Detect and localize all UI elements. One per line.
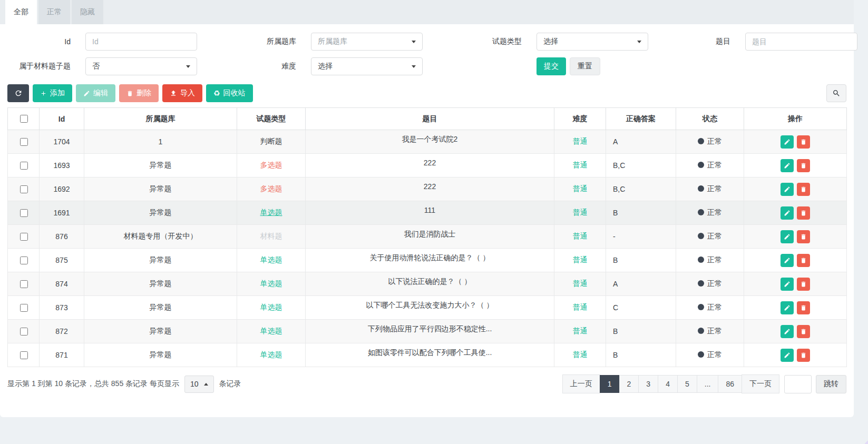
row-checkbox[interactable]	[20, 209, 28, 217]
delete-row-button[interactable]	[797, 301, 810, 314]
difficulty-link[interactable]: 普通	[573, 279, 588, 288]
delete-row-button[interactable]	[797, 159, 810, 172]
page-number-button[interactable]: 3	[638, 375, 658, 393]
difficulty-select[interactable]: 选择	[311, 57, 423, 75]
edit-row-button[interactable]	[781, 230, 794, 243]
edit-button[interactable]: 编辑	[76, 84, 115, 102]
jump-button[interactable]: 跳转	[816, 375, 846, 393]
submit-button[interactable]: 提交	[537, 57, 566, 75]
floating-action-button[interactable]	[863, 439, 868, 444]
edit-row-button[interactable]	[781, 325, 794, 338]
difficulty-link[interactable]: 普通	[573, 303, 588, 311]
question-type-link[interactable]: 单选题	[260, 208, 282, 216]
difficulty-link[interactable]: 普通	[573, 161, 588, 169]
question-type-link[interactable]: 多选题	[260, 161, 282, 169]
prev-page-button[interactable]: 上一页	[562, 374, 600, 393]
row-checkbox[interactable]	[20, 304, 28, 312]
pencil-icon	[784, 328, 791, 335]
page-size-dropdown[interactable]: 10	[184, 376, 214, 393]
edit-row-button[interactable]	[781, 301, 794, 314]
question-type-link[interactable]: 判断题	[260, 137, 282, 145]
refresh-button[interactable]	[7, 84, 29, 102]
cell-answer: B	[606, 343, 676, 367]
table-search-button[interactable]	[826, 84, 846, 102]
delete-row-button[interactable]	[797, 349, 810, 362]
page-ellipsis[interactable]: ...	[697, 375, 719, 393]
edit-row-button[interactable]	[781, 183, 794, 196]
import-button[interactable]: 导入	[162, 84, 202, 102]
edit-row-button[interactable]	[781, 349, 794, 362]
status-badge: 正常	[676, 154, 744, 177]
row-checkbox[interactable]	[20, 185, 28, 193]
tab-hidden[interactable]: 隐藏	[72, 0, 103, 24]
edit-row-button[interactable]	[781, 278, 794, 291]
row-checkbox[interactable]	[20, 280, 28, 288]
status-dot-icon	[698, 256, 704, 263]
cell-bank: 异常题	[84, 320, 237, 343]
select-all-checkbox[interactable]	[20, 115, 28, 123]
trash-icon	[800, 162, 807, 169]
bank-select[interactable]: 所属题库	[311, 33, 423, 51]
page-number-button[interactable]: 2	[619, 375, 639, 393]
row-checkbox[interactable]	[20, 162, 28, 170]
row-checkbox[interactable]	[20, 351, 28, 359]
next-page-button[interactable]: 下一页	[742, 374, 779, 393]
question-type-link[interactable]: 单选题	[260, 350, 282, 359]
delete-row-button[interactable]	[797, 254, 810, 267]
table-row: 17041判断题我是一个考试院2普通A正常	[8, 130, 847, 154]
difficulty-link[interactable]: 普通	[573, 255, 588, 264]
difficulty-link[interactable]: 普通	[573, 350, 588, 359]
pagination: 上一页 12345...86 下一页 跳转	[563, 374, 846, 393]
difficulty-link[interactable]: 普通	[573, 232, 588, 240]
trash-icon	[800, 281, 807, 288]
difficulty-link[interactable]: 普通	[573, 208, 588, 216]
id-filter-input[interactable]	[85, 33, 197, 51]
row-checkbox[interactable]	[20, 138, 28, 146]
difficulty-link[interactable]: 普通	[573, 184, 588, 193]
delete-button[interactable]: 删除	[119, 84, 159, 102]
cell-title: 下列物品应用了平行四边形不稳定性...	[306, 320, 554, 343]
edit-row-button[interactable]	[781, 206, 794, 220]
question-type-link[interactable]: 单选题	[260, 327, 282, 335]
status-dot-icon	[698, 280, 704, 287]
cell-title: 111	[306, 201, 554, 225]
page-number-button[interactable]: 1	[600, 375, 620, 393]
page-number-button[interactable]: 86	[718, 375, 742, 393]
delete-row-button[interactable]	[797, 206, 810, 220]
delete-row-button[interactable]	[797, 278, 810, 291]
question-type-link[interactable]: 单选题	[260, 279, 282, 288]
difficulty-link[interactable]: 普通	[573, 137, 588, 145]
edit-row-button[interactable]	[781, 254, 794, 267]
edit-row-button[interactable]	[781, 159, 794, 172]
tab-normal[interactable]: 正常	[38, 0, 70, 24]
recycle-bin-button[interactable]: ♻ 回收站	[206, 84, 253, 102]
question-type-link[interactable]: 单选题	[260, 255, 282, 264]
column-header-type: 试题类型	[237, 108, 306, 130]
row-checkbox[interactable]	[20, 328, 28, 336]
pagination-info-prefix: 显示第 1 到第 10 条记录，总共 855 条记录 每页显示	[7, 379, 179, 389]
delete-row-button[interactable]	[797, 230, 810, 243]
trash-icon	[800, 139, 807, 145]
row-checkbox[interactable]	[20, 256, 28, 264]
question-type-link[interactable]: 单选题	[260, 303, 282, 311]
status-badge: 正常	[676, 130, 744, 154]
difficulty-link[interactable]: 普通	[573, 327, 588, 335]
question-type-link[interactable]: 材料题	[260, 232, 282, 240]
type-select[interactable]: 选择	[537, 33, 648, 51]
title-filter-input[interactable]	[745, 33, 857, 51]
edit-row-button[interactable]	[781, 135, 794, 149]
question-type-link[interactable]: 多选题	[260, 184, 282, 193]
reset-button[interactable]: 重置	[570, 57, 600, 75]
material-select[interactable]: 否	[85, 57, 197, 75]
add-button[interactable]: 添加	[33, 84, 72, 102]
jump-page-input[interactable]	[784, 375, 812, 393]
material-select-value: 否	[92, 62, 100, 71]
page-number-button[interactable]: 5	[677, 375, 697, 393]
row-checkbox[interactable]	[20, 233, 28, 241]
delete-row-button[interactable]	[797, 135, 810, 149]
tab-all[interactable]: 全部	[5, 0, 37, 24]
cell-title: 如图该零件可以配合下列哪个工具使...	[306, 343, 554, 367]
delete-row-button[interactable]	[797, 183, 810, 196]
delete-row-button[interactable]	[797, 325, 810, 338]
page-number-button[interactable]: 4	[658, 375, 678, 393]
